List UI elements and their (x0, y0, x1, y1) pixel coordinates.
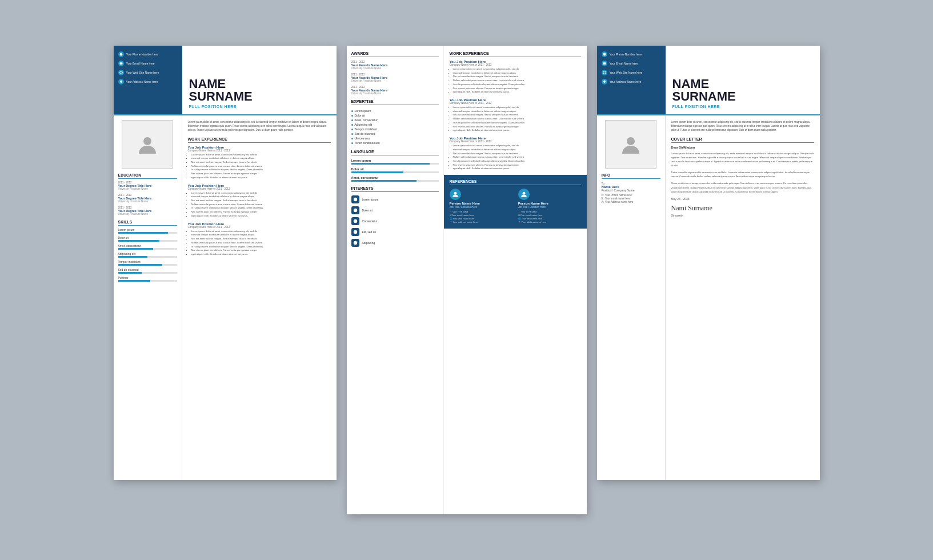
job-bullets: Lorem ipsum dolor sit amet, consectetur … (188, 230, 331, 257)
skill-item: Dolor sit (118, 236, 177, 242)
full-name-cover: NAMESURNAME (672, 78, 736, 103)
svg-point-2 (119, 71, 122, 74)
skill-item: Pulvinar (118, 276, 177, 282)
language-container: Lorem ipsum Dolor sit Amet, consectetur (351, 159, 439, 182)
edu-school-2: University / Institute Name (118, 200, 177, 203)
right-col-left: Lorem ipsum dolor sit amet, consectetur … (182, 115, 337, 480)
job-bullet: Nullam vehicula ipsum a arcu cursus vita… (191, 203, 331, 207)
ref-avatar-1 (450, 189, 461, 200)
skill-item: Lorem ipsum (118, 228, 177, 234)
phone-value-cover: Your Phone Name here (605, 194, 632, 197)
ref-web-2: 🌐 Your web name here (518, 217, 581, 220)
interest-item: Adipiscing (351, 239, 439, 247)
job-item: You Job Position Here Company Name Here … (188, 184, 331, 218)
job-bullet: Nisi est amet facilisis magna. Sed at se… (191, 199, 331, 203)
resume-card-middle: AWARDS 2011 - 2012 Your Awards Name Here… (347, 46, 587, 514)
expertise-dot (351, 142, 353, 144)
svg-point-3 (143, 137, 151, 145)
job-bullet: In nulla posuere sollicitudin aliquam ul… (453, 121, 581, 125)
education-title-left: EDUCATION (118, 173, 177, 179)
job-bullet: Nisi est amet facilisis magna. Sed at se… (453, 75, 581, 79)
expertise-dot (351, 133, 353, 135)
job-company-mid: Company Name Here or 2011 - 2012 (450, 63, 581, 66)
skill-label: Pulvinar (118, 276, 177, 279)
job-company: Company Name Here or 2011 - 2012 (188, 187, 331, 190)
job-bullet: eiusmod tempor incididunt ut labore et d… (191, 157, 331, 161)
svg-point-7 (353, 230, 357, 234)
award-sub: University / Institute Name (351, 79, 439, 82)
skill-bar (118, 232, 177, 234)
ref-item-1: Person Name Here Job Title / Location He… (450, 189, 512, 224)
left-col-cover: INFO To Name Here Position / Company Nam… (597, 115, 666, 480)
phone-contact-cover: Your Phone Number here (602, 51, 661, 57)
phone-icon-left (118, 51, 124, 57)
cover-paragraphs: Lorem ipsum dolor sit amet, consectetur … (671, 151, 814, 194)
svg-point-11 (603, 53, 606, 56)
work-title-left: WORK EXPERIENCE (188, 137, 331, 143)
award-sub: University / Institute Name (351, 67, 439, 70)
job-bullet: Nisi est amet facilisis magna. Sed at se… (191, 161, 331, 165)
job-bullet: Nec viverra justo nec ultrices. Fames ac… (191, 249, 331, 253)
expertise-dot (351, 124, 353, 126)
cover-paragraph: Tortor convallis et porta nibh venenatis… (671, 170, 814, 178)
work-title-mid: WORK EXPERIENCE (450, 51, 581, 57)
job-item-mid: You Job Position Here Company Name Here … (450, 60, 581, 94)
references-title: REFERENCES (450, 179, 581, 185)
skill-bar-fill (118, 232, 169, 234)
info-email-cover: E: Your email name here (602, 197, 660, 200)
expertise-label: Adipiscing elit (355, 123, 373, 126)
full-name-left: NAMESURNAME (189, 78, 253, 103)
job-bullet: Nec viverra justo nec ultrices. Fames ac… (453, 163, 581, 167)
interests-title-mid: INTERESTS (351, 186, 439, 192)
ref-avatar-2 (518, 189, 530, 200)
photo-box-cover (605, 120, 656, 169)
expertise-item: Amet, consectetur (351, 118, 439, 122)
jobs-container-left: You Job Position Here Company Name Here … (188, 146, 331, 257)
phone-text-left: Your Phone Number here (126, 53, 159, 57)
job-item: You Job Position Here Company Name Here … (188, 146, 331, 180)
summary-cover: Lorem ipsum dolor sit amet, consectetur … (671, 120, 814, 133)
job-bullet: Lorem ipsum dolor sit amet, consectetur … (191, 230, 331, 234)
job-bullet: eiusmod tempor incididunt ut labore et d… (453, 110, 581, 114)
job-bullet: Nullam vehicula ipsum a arcu cursus vita… (191, 241, 331, 245)
lang-name: Amet, consectetur (351, 176, 439, 179)
job-bullets: Lorem ipsum dolor sit amet, consectetur … (188, 153, 331, 180)
interest-item: Elit, sed do (351, 228, 439, 236)
resume-body-left: EDUCATION 2011 - 2012 Your Degree Title … (114, 115, 337, 480)
language-item: Dolor sit (351, 167, 439, 173)
jobs-container-mid: You Job Position Here Company Name Here … (450, 60, 581, 171)
web-contact-cover: Your Web Site Name here (602, 70, 661, 75)
ref-item-2: Person Name Here Job Title / Location He… (518, 189, 581, 224)
phone-icon-cover (602, 51, 607, 57)
job-company: Company Name Here or 2011 - 2012 (188, 149, 331, 152)
email-text-cover: Your Email Name here (610, 62, 638, 66)
info-block-cover: To Name Here Position / Company Name P: … (602, 182, 660, 203)
svg-point-4 (353, 198, 357, 201)
web-contact-left: Your Web Site Name here (118, 70, 178, 75)
job-item-mid: You Job Position Here Company Name Here … (450, 98, 581, 133)
cover-paragraph: Risus at ultrices mi tempus imperdiet nu… (671, 181, 814, 193)
expertise-label: Amet, consectetur (355, 118, 378, 122)
interest-item: Consectetur (351, 217, 439, 225)
job-bullet: Lorem ipsum dolor sit amet, consectetur … (191, 153, 331, 157)
refs-row: Person Name Here Job Title / Location He… (450, 189, 581, 224)
award-item: 2011 - 2012 Your Awards Name Here Univer… (351, 61, 439, 70)
ref-email-1: ✉ Your email name here (450, 214, 512, 217)
email-value-cover: Your email name here (605, 197, 630, 200)
edu-item-2-left: 2011 - 2012 Your Degree Title Here Unive… (118, 194, 177, 203)
interest-icon (351, 217, 359, 225)
job-bullet: Nec viverra justo nec ultrices. Fames ac… (191, 172, 331, 176)
interest-label: Adipiscing (362, 241, 375, 245)
address-contact-left: Your Address Name here (118, 79, 178, 85)
job-bullet: eiusmod tempor incididunt ut labore et d… (453, 71, 581, 75)
interest-label: Consectetur (362, 219, 378, 223)
expertise-dot (351, 115, 353, 117)
svg-point-5 (353, 209, 357, 212)
skill-bar-fill (118, 248, 154, 250)
ref-email-2: ✉ Your email name here (518, 214, 581, 217)
skill-bar (118, 264, 177, 266)
left-col-left: EDUCATION 2011 - 2012 Your Degree Title … (114, 115, 182, 480)
lang-bar-fill (351, 180, 417, 182)
expertise-item: Sed do eiusmod (351, 131, 439, 136)
interest-icon (351, 228, 359, 236)
